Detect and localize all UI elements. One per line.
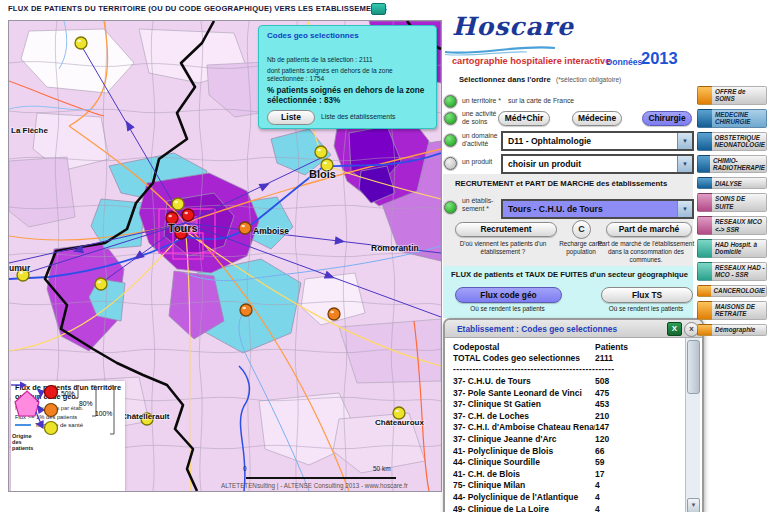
marker-highlight <box>77 40 81 42</box>
yellow-establishment-marker[interactable] <box>75 37 87 49</box>
sidebar-item-maisons-de-retraite[interactable]: MAISONS DE RETRAITE <box>697 301 767 320</box>
sidebar-item-obstetrique-neonatologie[interactable]: OBSTETRIQUE NEONATOLOGIE <box>697 132 767 151</box>
window-title: Etablissement : Codes geo selectionnes <box>457 324 617 334</box>
sidebar-item-label: SOINS DE SUITE <box>712 193 767 212</box>
table-separator: ----------------------------------------… <box>453 364 658 375</box>
table-rows: 37- C.H.U. de Tours50837- Pole Sante Leo… <box>453 375 686 512</box>
window-titlebar[interactable]: Etablissement : Codes geo selectionnes X… <box>445 320 702 338</box>
recrutement-button[interactable]: Recrutement <box>455 222 557 237</box>
table-row[interactable]: 37- C.H.U. de Tours508 <box>453 375 686 387</box>
sidebar-item-label: RESEAUX HAD - MCO - SSR <box>712 262 767 281</box>
table-row[interactable]: 44- Clinique Sourdille59 <box>453 456 686 468</box>
category-color-icon <box>697 239 712 258</box>
origin-pentagon-icon <box>15 391 39 416</box>
med-chir-button[interactable]: Méd+Chir <box>498 111 550 126</box>
product-dropdown[interactable]: choisir un produit ▼ <box>501 154 694 174</box>
sidebar-item-chimio-radiotherapie[interactable]: CHIMIO- RADIOTHERAPIE <box>697 155 767 174</box>
patient-count: 17 <box>595 469 604 479</box>
table-row[interactable]: 41- Polyclinique de Blois66 <box>453 445 686 457</box>
domain-radio[interactable] <box>444 134 457 147</box>
dataset-label: Données <box>606 57 642 67</box>
excel-export-icon[interactable]: X <box>667 322 682 336</box>
category-color-icon <box>697 216 712 235</box>
yellow-establishment-marker[interactable] <box>315 146 327 158</box>
sidebar-item-reseaux-had-mco-ssr[interactable]: RESEAUX HAD - MCO - SSR <box>697 262 767 281</box>
marker-highlight <box>174 201 178 203</box>
yellow-establishment-marker[interactable] <box>95 278 107 290</box>
marker-highlight <box>241 225 245 227</box>
sidebar-item-offre-de-soins[interactable]: OFFRE de SOINS <box>697 86 767 105</box>
etablissement-dropdown[interactable]: Tours - C.H.U. de Tours ▼ <box>501 199 694 219</box>
flux-code-geo-button[interactable]: Flux code géo <box>455 287 562 303</box>
sidebar-item-reseaux-mco-ssr[interactable]: RESEAUX MCO <-> SSR <box>697 216 767 235</box>
sidebar-item-label: DIALYSE <box>712 177 767 189</box>
category-color-icon <box>697 324 712 336</box>
sidebar-item-medecine-chirurgie[interactable]: MEDECINE CHIRURGIE <box>697 109 767 128</box>
chevron-down-icon[interactable]: ▼ <box>677 133 692 149</box>
sidebar-item-dialyse[interactable]: DIALYSE <box>697 177 767 189</box>
sidebar-item-d-mographie[interactable]: Démographie <box>697 324 767 336</box>
table-row[interactable]: 37- Pole Sante Leonard de Vinci475 <box>453 387 686 399</box>
city-label: Romorantin <box>371 243 419 253</box>
liste-caption: Liste des établissements <box>321 113 395 120</box>
infobox-pct-outside: % patients soignés en dehors de la zone … <box>267 86 432 106</box>
svg-text:50%: 50% <box>61 390 75 397</box>
table-row[interactable]: 37- Clinique Jeanne d'Arc120 <box>453 433 686 445</box>
scrollbar-thumb[interactable] <box>687 340 700 394</box>
scroll-down-icon[interactable]: ▼ <box>687 498 700 512</box>
chevron-down-icon[interactable]: ▼ <box>677 201 692 217</box>
domain-dropdown[interactable]: D11 - Ophtalmologie ▼ <box>501 131 694 151</box>
orange-establishment-marker[interactable] <box>328 308 340 320</box>
establishment-name: 37- C.H.I. d'Amboise Chateau Renault <box>453 422 595 432</box>
recrutement-caption: D'où viennent les patients d'un établiss… <box>447 240 559 256</box>
medecine-button[interactable]: Médecine <box>572 111 622 126</box>
part-de-marche-button[interactable]: Part de marché <box>606 222 692 237</box>
red-establishment-marker[interactable] <box>182 209 194 221</box>
etablissement-radio[interactable] <box>444 201 457 214</box>
orange-establishment-marker[interactable] <box>240 304 252 316</box>
flux-ts-button[interactable]: Flux TS <box>601 287 693 303</box>
category-color-icon <box>697 132 712 151</box>
product-radio[interactable] <box>444 157 457 170</box>
yellow-establishment-marker[interactable] <box>172 198 184 210</box>
part-caption: Part de marché de l'établissement dans l… <box>596 240 696 264</box>
map-attribution: ALTETETENsulting | - ALTENSE Consulting … <box>221 482 408 489</box>
col-codepostal: Codepostal <box>453 342 595 352</box>
territory-radio[interactable] <box>444 95 457 108</box>
category-sidebar: OFFRE de SOINSMEDECINE CHIRURGIEOBSTETRI… <box>697 86 767 336</box>
marker-highlight <box>317 149 321 151</box>
sidebar-item-soins-de-suite[interactable]: SOINS DE SUITE <box>697 193 767 212</box>
sidebar-item-cancerologie[interactable]: CANCEROLOGIE <box>697 285 767 297</box>
table-row[interactable]: 41- C.H. de Blois17 <box>453 468 686 480</box>
logo-swoosh-icon <box>443 42 558 56</box>
liste-button[interactable]: Liste <box>267 110 315 125</box>
map-legend: Flux de patients d'un territoire ou d'un… <box>11 381 125 492</box>
scrollbar[interactable]: ▼ <box>685 338 700 512</box>
patient-count: 59 <box>595 457 604 467</box>
chirurgie-button[interactable]: Chirurgie <box>642 111 692 126</box>
sidebar-item-label: MAISONS DE RETRAITE <box>712 301 767 320</box>
table-row[interactable]: 37- Clinique St Gatien453 <box>453 398 686 410</box>
category-color-icon <box>697 155 710 174</box>
marker-highlight <box>97 281 101 283</box>
chevron-down-icon[interactable]: ▼ <box>677 156 692 172</box>
table-row[interactable]: 49- Clinique de La Loire4 <box>453 503 686 512</box>
teal-badge-icon <box>371 3 386 15</box>
category-color-icon <box>697 109 712 128</box>
table-row[interactable]: 37- C.H.I. d'Amboise Chateau Renault147 <box>453 422 686 434</box>
sidebar-item-label: CANCEROLOGIE <box>711 285 767 297</box>
orange-establishment-marker[interactable] <box>239 222 251 234</box>
sidebar-item-label: Démographie <box>712 324 767 336</box>
activity-radio[interactable] <box>444 112 457 125</box>
table-row[interactable]: 75- Clinique Milan4 <box>453 480 686 492</box>
refresh-button[interactable]: C <box>572 220 591 239</box>
table-body: Codepostal Patients TOTAL Codes geo sele… <box>445 338 686 512</box>
table-row[interactable]: 44- Polyclinique de l'Atlantique4 <box>453 491 686 503</box>
patient-count: 147 <box>595 422 609 432</box>
sidebar-item-had-hospit-domicile[interactable]: HAD Hospit. à Domicile <box>697 239 767 258</box>
activity-label: une activité de soins <box>462 110 498 126</box>
dataset-year: 2013 <box>641 49 678 68</box>
patient-count: 4 <box>595 480 600 490</box>
table-row[interactable]: 37- C.H. de Loches210 <box>453 410 686 422</box>
category-color-icon <box>697 193 712 212</box>
